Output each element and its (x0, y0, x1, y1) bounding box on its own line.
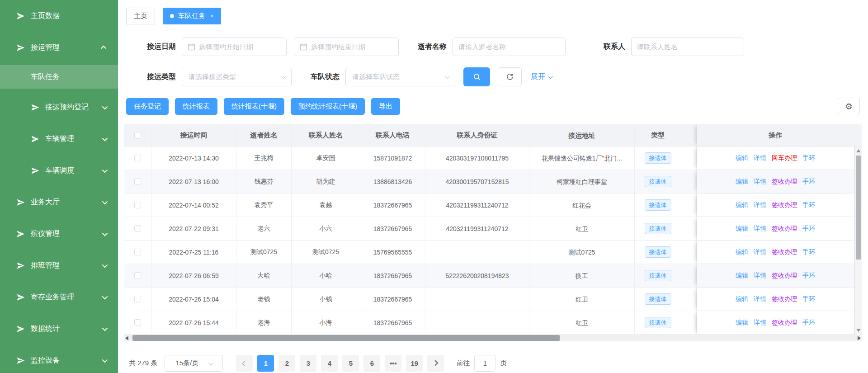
search-button[interactable] (463, 67, 490, 86)
row-checkbox[interactable] (134, 155, 141, 161)
page-button-1[interactable]: 1 (257, 355, 274, 372)
row-checkbox[interactable] (134, 272, 141, 279)
sidebar-item-接运管理[interactable]: 接运管理 (0, 32, 118, 63)
cell-contact-id (425, 288, 529, 311)
page-ellipsis[interactable]: ••• (385, 355, 401, 372)
expand-link[interactable]: 展开 (531, 72, 552, 82)
page-button-19[interactable]: 19 (406, 355, 423, 372)
action-link-详情[interactable]: 详情 (754, 154, 766, 162)
action-link-编辑[interactable]: 编辑 (736, 201, 748, 209)
action-link-签收办理[interactable]: 签收办理 (772, 248, 797, 256)
sidebar-item-接运预约登记[interactable]: 接运预约登记 (0, 91, 118, 123)
toolbar-button-任务登记[interactable]: 任务登记 (126, 98, 169, 115)
action-link-签收办理[interactable]: 签收办理 (772, 272, 797, 280)
action-link-详情[interactable]: 详情 (754, 295, 766, 303)
action-link-详情[interactable]: 详情 (754, 248, 766, 256)
page-button-4[interactable]: 4 (321, 355, 338, 372)
action-link-签收办理[interactable]: 签收办理 (772, 178, 797, 186)
action-link-手环[interactable]: 手环 (802, 225, 815, 233)
sidebar-item-车队任务[interactable]: 车队任务 (0, 65, 118, 89)
row-checkbox[interactable] (134, 202, 141, 208)
close-icon[interactable]: × (210, 13, 214, 19)
row-checkbox[interactable] (134, 296, 141, 302)
action-link-编辑[interactable]: 编辑 (736, 248, 748, 256)
contact-field[interactable] (637, 43, 738, 51)
action-link-详情[interactable]: 详情 (754, 272, 766, 280)
scroll-up-icon[interactable] (856, 149, 861, 152)
cell-contact-name: 小海 (292, 311, 360, 334)
toolbar-button-导出[interactable]: 导出 (371, 98, 400, 115)
refresh-button[interactable] (498, 67, 522, 86)
action-link-编辑[interactable]: 编辑 (736, 272, 748, 280)
vertical-scrollbar[interactable] (854, 146, 862, 335)
row-checkbox[interactable] (134, 249, 141, 255)
page-button-2[interactable]: 2 (278, 355, 295, 372)
action-link-详情[interactable]: 详情 (754, 178, 766, 186)
cell-actions: 编辑详情签收办理手环 (697, 311, 854, 334)
action-link-签收办理[interactable]: 签收办理 (772, 295, 797, 303)
row-checkbox[interactable] (134, 225, 141, 232)
pickup-type-select[interactable]: 请选择接运类型 (182, 68, 292, 86)
action-link-编辑[interactable]: 编辑 (736, 154, 748, 162)
action-link-手环[interactable]: 手环 (802, 248, 815, 256)
sidebar-item-主页数据[interactable]: 主页数据 (0, 0, 118, 32)
paper-plane-icon (16, 230, 25, 238)
action-link-详情[interactable]: 详情 (754, 225, 766, 233)
sidebar-item-数据统计[interactable]: 数据统计 (0, 313, 118, 345)
contact-input[interactable] (631, 38, 744, 56)
action-link-编辑[interactable]: 编辑 (736, 178, 748, 186)
sidebar-item-寄存业务管理[interactable]: 寄存业务管理 (0, 281, 118, 313)
tab-fleet-task[interactable]: 车队任务 × (163, 8, 221, 24)
action-link-签收办理[interactable]: 签收办理 (772, 201, 797, 209)
row-checkbox[interactable] (134, 319, 141, 326)
date-end-field[interactable] (311, 43, 393, 51)
tab-home[interactable]: 主页 (126, 8, 155, 24)
row-checkbox[interactable] (134, 178, 141, 185)
vertical-scroll-thumb[interactable] (856, 156, 861, 260)
action-link-编辑[interactable]: 编辑 (736, 319, 748, 327)
action-link-手环[interactable]: 手环 (802, 319, 815, 327)
page-button-3[interactable]: 3 (300, 355, 316, 372)
sidebar-item-车辆管理[interactable]: 车辆管理 (0, 123, 118, 155)
action-link-详情[interactable]: 详情 (754, 201, 766, 209)
action-link-手环[interactable]: 手环 (802, 272, 815, 280)
action-link-手环[interactable]: 手环 (802, 154, 815, 162)
goto-page-input[interactable] (474, 355, 495, 372)
scroll-down-icon[interactable] (856, 329, 861, 332)
date-start-input[interactable] (182, 38, 287, 56)
sidebar-item-监控设备[interactable]: 监控设备 (0, 345, 118, 373)
action-link-详情[interactable]: 详情 (754, 319, 766, 327)
date-end-input[interactable] (294, 38, 399, 56)
action-link-签收办理[interactable]: 签收办理 (772, 319, 797, 327)
sidebar-item-车辆调度[interactable]: 车辆调度 (0, 155, 118, 186)
deceased-name-field[interactable] (458, 43, 560, 51)
toolbar-button-统计报表[interactable]: 统计报表 (175, 98, 217, 115)
column-settings-button[interactable]: ⚙ (838, 98, 860, 115)
action-link-编辑[interactable]: 编辑 (736, 295, 748, 303)
sidebar-item-殡仪管理[interactable]: 殡仪管理 (0, 218, 118, 250)
action-link-手环[interactable]: 手环 (802, 295, 815, 303)
sidebar-item-业务大厅[interactable]: 业务大厅 (0, 186, 118, 218)
action-link-回车办理[interactable]: 回车办理 (772, 154, 797, 162)
action-link-签收办理[interactable]: 签收办理 (772, 225, 797, 233)
deceased-name-input[interactable] (453, 38, 566, 56)
action-link-手环[interactable]: 手环 (802, 201, 815, 209)
horizontal-scrollbar[interactable] (124, 335, 862, 341)
toolbar-button-预约统计报表(十堰)[interactable]: 预约统计报表(十堰) (291, 98, 365, 115)
sidebar-item-排班管理[interactable]: 排班管理 (0, 250, 118, 281)
horizontal-scroll-thumb[interactable] (132, 335, 560, 341)
scroll-left-icon[interactable] (125, 336, 128, 340)
fleet-status-select[interactable]: 请选择车队状态 (345, 68, 455, 86)
prev-page-button[interactable] (236, 355, 253, 372)
cell-pickup-address: 红卫 (529, 311, 635, 334)
page-size-select[interactable]: 15条/页 (165, 355, 223, 372)
page-button-6[interactable]: 6 (363, 355, 380, 372)
page-button-5[interactable]: 5 (342, 355, 359, 372)
action-link-编辑[interactable]: 编辑 (736, 225, 748, 233)
date-start-field[interactable] (199, 43, 281, 51)
next-page-button[interactable] (427, 355, 444, 372)
select-all-checkbox[interactable] (134, 132, 141, 139)
action-link-手环[interactable]: 手环 (802, 178, 815, 186)
scroll-right-icon[interactable] (858, 336, 861, 340)
toolbar-button-统计报表(十堰)[interactable]: 统计报表(十堰) (224, 98, 284, 115)
